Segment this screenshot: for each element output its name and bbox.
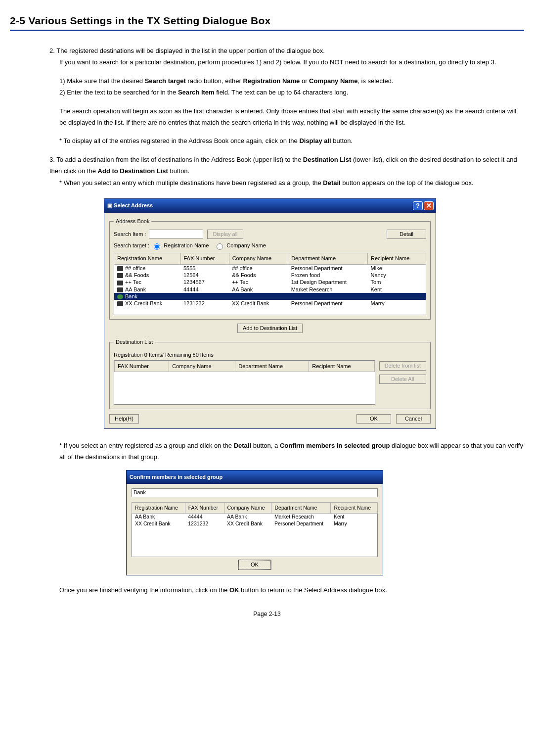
step2-para2: The search operation will begin as soon … — [59, 105, 524, 129]
group-name-field — [132, 488, 378, 497]
t: , is selected. — [357, 77, 393, 85]
c-col-co: Company Name — [224, 503, 271, 514]
t: field. The text can be up to 64 characte… — [215, 89, 349, 96]
t: Help(H) — [115, 416, 134, 422]
destination-list-table[interactable]: FAX Number Company Name Department Name … — [114, 360, 375, 405]
cancel-button[interactable]: Cancel — [396, 414, 431, 424]
body-text: 2. The registered destinations will be d… — [49, 45, 524, 596]
t: * When you select an entry which multipl… — [59, 179, 323, 187]
select-address-title: Select Address — [114, 202, 153, 208]
t: Add to Destination List — [98, 167, 168, 175]
c-col-dept: Department Name — [271, 503, 331, 514]
t: button appears on the top of the dialogu… — [341, 179, 474, 187]
address-book-legend: Address Book — [114, 217, 151, 227]
after2: Once you are finished verifying the info… — [59, 584, 524, 596]
c-col-fax: FAX Number — [185, 503, 224, 514]
t: button, a — [251, 442, 280, 449]
radio-registration-name[interactable] — [154, 243, 160, 250]
t: * To display all of the entries register… — [59, 137, 299, 144]
select-address-dialog: ▣ Select Address ? ✕ Address Book Search… — [104, 198, 436, 429]
t: Registration Name — [243, 77, 300, 85]
t: Detail — [234, 442, 251, 449]
address-book-table[interactable]: Registration Name FAX Number Company Nam… — [114, 253, 426, 315]
table-row[interactable]: AA Bank44444AA BankMarket ResearchKent — [114, 286, 426, 293]
delete-all-button[interactable]: Delete All — [379, 375, 426, 384]
t: Detail — [323, 179, 340, 187]
step2-2: 2) Enter the text to be searched for in … — [59, 89, 348, 96]
search-item-input[interactable] — [149, 230, 203, 238]
add-to-destination-list-button[interactable]: Add to Destination List — [237, 324, 303, 333]
t: 1) Make sure that the desired — [59, 77, 145, 85]
close-icon[interactable]: ✕ — [424, 201, 434, 210]
detail-button[interactable]: Detail — [387, 230, 426, 239]
section-title: 2-5 Various Settings in the TX Setting D… — [10, 15, 524, 31]
ok-button[interactable]: OK — [356, 414, 391, 424]
help-icon[interactable]: ? — [413, 201, 423, 210]
table-row[interactable]: ## office5555## officePersonel Departmen… — [114, 264, 426, 272]
t: Search target — [145, 77, 186, 85]
t: or — [300, 77, 309, 85]
table-row: XX Credit Bank1231232XX Credit BankPerso… — [132, 520, 378, 527]
search-target-label: Search target : — [114, 241, 149, 251]
t: Destination List — [303, 156, 352, 163]
after1: * If you select an entry registered as a… — [59, 440, 524, 463]
t: Confirm members in selected group — [280, 442, 390, 449]
select-address-titlebar: ▣ Select Address ? ✕ — [104, 199, 436, 213]
confirm-members-table: Registration Name FAX Number Company Nam… — [132, 502, 378, 557]
step2-lead: 2. The registered destinations will be d… — [49, 47, 325, 54]
dest-col-dept[interactable]: Department Name — [235, 361, 309, 372]
dest-col-fax[interactable]: FAX Number — [115, 361, 169, 372]
t: Display all — [299, 137, 331, 144]
table-row[interactable]: ++ Tec1234567++ Tec1st Design Department… — [114, 279, 426, 285]
c-col-reg: Registration Name — [132, 503, 185, 514]
fax-icon — [117, 266, 123, 271]
confirm-members-titlebar: Confirm members in selected group — [127, 471, 383, 484]
t: button. — [168, 167, 189, 175]
address-book-fieldset: Address Book Search Item : Display all D… — [109, 217, 431, 320]
fax-icon — [117, 273, 123, 278]
table-row[interactable]: && Foods12564&& FoodsFrozen foodNancy — [114, 272, 426, 279]
confirm-ok-button[interactable]: OK — [238, 560, 271, 569]
confirm-members-title: Confirm members in selected group — [130, 472, 222, 482]
dest-col-co[interactable]: Company Name — [169, 361, 235, 372]
delete-from-list-button[interactable]: Delete from list — [379, 361, 426, 371]
t: radio button, either — [186, 77, 243, 85]
page-footer: Page 2-13 — [10, 611, 524, 617]
dest-col-rec[interactable]: Recipient Name — [309, 361, 374, 372]
step3-star: * When you select an entry which multipl… — [59, 179, 474, 187]
step2-star: * To display all of the entries register… — [59, 135, 524, 146]
table-row[interactable]: Bank — [114, 293, 426, 300]
c-col-rec: Recipient Name — [331, 503, 378, 514]
col-rec[interactable]: Recipient Name — [368, 253, 426, 265]
confirm-members-dialog: Confirm members in selected group Regist… — [126, 470, 383, 575]
t: 2) Enter the text to be searched for in … — [59, 89, 178, 96]
destination-list-legend: Destination List — [114, 337, 155, 347]
step2-1: 1) Make sure that the desired Search tar… — [59, 77, 394, 85]
t: * If you select an entry registered as a… — [59, 442, 234, 449]
destination-registration-line: Registration 0 Items/ Remaining 80 Items — [114, 350, 426, 360]
col-co[interactable]: Company Name — [229, 253, 288, 265]
col-fax[interactable]: FAX Number — [180, 253, 229, 265]
t: button to return to the Select Address d… — [239, 586, 387, 594]
fax-icon — [117, 287, 123, 292]
fax-icon — [117, 301, 123, 306]
step3: 3. To add a destination from the list of… — [49, 156, 517, 175]
fax-icon — [117, 281, 123, 285]
t: Company Name — [309, 77, 357, 85]
step2-b: If you want to search for a particular d… — [59, 58, 496, 66]
t: button. — [331, 137, 353, 144]
help-button[interactable]: Help(H) — [109, 414, 139, 424]
radio-company-name-label: Company Name — [226, 241, 266, 251]
table-row[interactable]: XX Credit Bank1231232XX Credit BankPerso… — [114, 300, 426, 307]
t: 3. To add a destination from the list of… — [49, 156, 303, 163]
destination-list-fieldset: Destination List Registration 0 Items/ R… — [109, 337, 431, 409]
table-row: AA Bank44444AA BankMarket ResearchKent — [132, 514, 378, 520]
radio-company-name[interactable] — [217, 243, 223, 250]
col-dept[interactable]: Department Name — [288, 253, 368, 265]
search-item-label: Search Item : — [114, 230, 146, 239]
display-all-button[interactable]: Display all — [207, 230, 243, 239]
t: OK — [229, 586, 239, 594]
col-reg[interactable]: Registration Name — [114, 253, 181, 265]
t: Once you are finished verifying the info… — [59, 586, 229, 594]
group-icon — [117, 294, 123, 299]
